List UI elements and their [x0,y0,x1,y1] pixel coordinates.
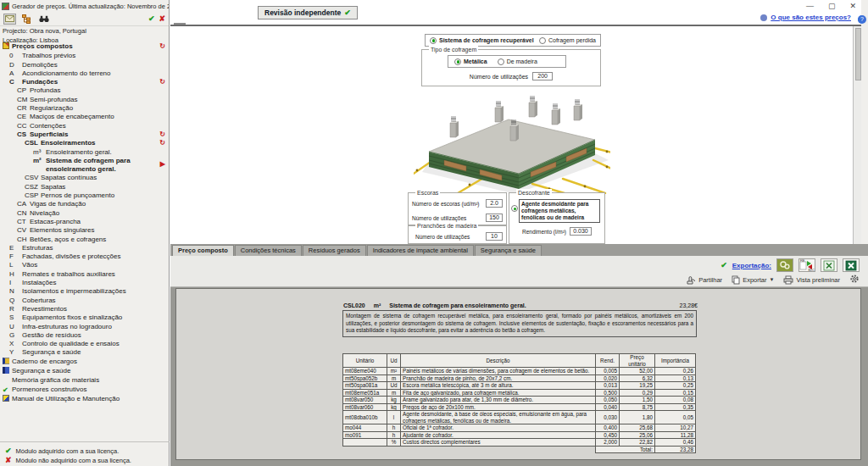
tab-indicadores-de-impacte-ambiental[interactable]: Indicadores de impacte ambiental [367,245,474,256]
binoculars-icon[interactable] [37,14,50,25]
table-row[interactable]: mo044hOficial de 1ª cofrador.0,40025,681… [343,424,696,432]
tree-item-gestao-de-residuos[interactable]: GGestão de resíduos [0,331,170,340]
tree-item-macicos-de-encabecamento[interactable]: CEMaciços de encabeçamento [0,113,170,121]
cancel-icon[interactable]: ✘ [159,15,165,23]
tree-item-betoes-acos-e-cofragens[interactable]: CHBetões, aços e cofragens [0,236,170,244]
mail-icon[interactable] [3,14,16,25]
tree-item-manual-de-utilizacao-e-manutencao[interactable]: Manual de Utilização e Manutenção [0,395,170,404]
tree-item-controlo-de-qualidade-e-ensaios[interactable]: XControlo de qualidade e ensaios [0,340,170,348]
tree-item-semi-profundas[interactable]: CMSemi-profundas [0,96,170,104]
tree-item-instalacoes[interactable]: IInstalações [0,279,170,287]
table-row[interactable]: mt08eme040m²Painéis metálicos de várias … [343,368,696,375]
table-row[interactable]: mt08var060kgPregos de aço de 20x100 mm.0… [343,403,696,411]
scrollbar-thumb[interactable] [855,28,861,80]
table-row[interactable]: mt08dba010blAgente desmoldante, à base d… [343,411,696,424]
tree-item-estacas-prancha[interactable]: CTEstacas-prancha [0,218,170,226]
accept-icon[interactable]: ✔ [148,15,155,23]
tree-item-fachadas-divisoes-e-proteccoes[interactable]: FFachadas, divisões e protecções [0,252,170,261]
tree-item-demolicoes[interactable]: DDemolições [0,61,170,69]
program-export-icon[interactable] [776,258,793,272]
tree-item-regularizacao[interactable]: CRRegularização [0,104,170,113]
tab-condicoes-tecnicas[interactable]: Condições técnicas [235,245,302,256]
radio-off-icon[interactable] [539,37,546,44]
table-row[interactable]: mt08eme051amFita de aço galvanizado, par… [343,389,696,397]
cell-importancia: 10,27 [655,424,696,432]
partilhar-button[interactable]: Partilhar [687,275,722,285]
tree-item-remates-e-trabalhos-auxiliares[interactable]: HRemates e trabalhos auxiliares [0,270,170,279]
minimize-button[interactable]: — [806,2,814,10]
vista-preliminar-label: Vista preliminar [796,276,840,284]
table-row[interactable]: mt50spa081aUdEscora metálica telescópica… [343,382,696,390]
tree-item-sistema-de-cofragem-para-ensoleiramento-geral[interactable]: m²Sistema de cofragem para ensoleirament… [0,157,170,175]
tree-item-code: CC [17,122,30,130]
job-price: 23,28€ [680,302,698,308]
tab-seguranca-e-saude[interactable]: Segurança e saúde [475,245,542,256]
tree-item-fundacoes[interactable]: CFundações↻ [0,78,170,86]
tree-item-isolamentos-e-impermeabilizacoes[interactable]: NIsolamentos e impermeabilizações [0,287,170,296]
tree-item-acondicionamento-do-terreno[interactable]: AAcondicionamento do terreno [0,69,170,78]
tree-item-coberturas[interactable]: QCoberturas [0,297,170,305]
tree-item-label: Manual de Utilização e Manutenção [12,395,120,402]
tree-item-precos-compostos[interactable]: Preços compostos↻ [0,42,170,52]
vertical-scrollbar[interactable] [853,26,861,244]
tree-item-ensoleiramentos[interactable]: CSLEnsoleiramentos↻ [0,139,170,147]
option-recoverable[interactable]: Sistema de cofragem recuperável [430,37,534,44]
tree-view-icon[interactable] [20,14,33,25]
tree-item-pernos-de-puncoamento[interactable]: CSPPernos de punçoamento [0,191,170,200]
tree-item-sapatas[interactable]: CSZSapatas [0,183,170,191]
excel-light-export-icon[interactable] [821,258,837,272]
settings-gear-icon[interactable] [849,274,860,286]
what-are-these-prices-link[interactable]: O que são estes preços? [760,14,851,21]
vista-preliminar-button[interactable]: Vista preliminar [783,275,840,285]
job-code: CSL020 [343,302,365,308]
fie-bdc-export-icon[interactable]: FIEBDC [798,258,815,272]
table-row[interactable]: %Custos directos complementares2,00022,8… [343,439,696,447]
release-agent-option[interactable]: Agente desmoldante para cofragens metáli… [519,199,600,223]
exportar-button[interactable]: Exportar ▼ [732,275,774,285]
close-button[interactable]: ✕ [849,2,856,10]
radio-on-icon[interactable] [511,205,518,212]
tree-item-sapatas-continuas[interactable]: CSVSapatas contínuas [0,174,170,182]
tree-item-nivelacao[interactable]: CNNivelação [0,209,170,218]
tree-item-memoria-grafica-de-materiais[interactable]: Memória gráfica de materiais [0,376,170,385]
radio-on-icon[interactable] [430,37,437,44]
tree-item-ensoleiramento-geral[interactable]: m³Ensoleiramento geral. [0,148,170,157]
tree-item-infra-estruturas-no-logradouro[interactable]: UInfra-estruturas no logradouro [0,323,170,331]
exportacao-link[interactable]: Exportação: [732,262,771,269]
help-icon[interactable]: ? [858,15,866,24]
rendimento-input[interactable]: 0.030 [570,227,592,236]
independent-review-button[interactable]: Revisão independente ✔ [258,6,358,19]
maximize-button[interactable]: ▢ [828,2,836,10]
tree-item-estruturas[interactable]: EEstruturas [0,244,170,252]
splitter-handle[interactable] [174,23,186,25]
radio-on-icon[interactable] [454,58,461,65]
tree-item-contencoes[interactable]: CCContenções [0,122,170,130]
tree-item-vaos[interactable]: LVãos [0,261,170,269]
radio-off-icon[interactable] [498,58,504,65]
tree-item-vigas-de-fundacao[interactable]: CAVigas de fundação [0,200,170,208]
tree-item-equipamentos-fixos-e-sinalizacao[interactable]: SEquipamentos fixos e sinalização [0,313,170,322]
pranchoes-uses-input[interactable]: 10 [486,232,503,241]
tree-item-profundas[interactable]: CPProfundas [0,86,170,95]
tree-item-seguranca-e-saude[interactable]: YSegurança e saúde [0,348,170,357]
table-row[interactable]: mo091hAjudante de cofrador.0,45025,0611,… [343,431,696,439]
table-row[interactable]: mt50spa052bmPranchão de madeira de pinho… [343,374,696,382]
tree-item-caderno-de-encargos[interactable]: Caderno de encargos [0,358,170,367]
excel-export-icon[interactable] [843,258,860,272]
tree-item-trabalhos-previos[interactable]: 0Trabalhos prévios [0,52,170,60]
tab-residuos-gerados[interactable]: Resíduos gerados [303,245,366,256]
tree-item-revestimentos[interactable]: RRevestimentos [0,305,170,313]
option-metal[interactable]: Metálica [454,58,487,65]
tree-item-pormenores-construtivos[interactable]: ✔Pormenores construtivos [0,386,170,395]
tree-item-seguranca-e-saude[interactable]: Segurança e saúde [0,367,170,376]
option-lost-formwork[interactable]: Cofragem perdida [539,37,596,44]
option-wood[interactable]: De madeira [498,58,537,65]
tree-item-code: N [9,287,22,296]
escoras-uses-input[interactable]: 150 [486,214,503,222]
tree-item-elementos-singulares[interactable]: CVElementos singulares [0,226,170,235]
tree-item-superficiais[interactable]: CSSuperficiais↻ [0,130,170,139]
escoras-count-input[interactable]: 2.0 [486,199,503,208]
table-row[interactable]: mt08var050kgArame galvanizado para atar,… [343,397,696,404]
uses-input[interactable]: 200 [532,72,553,80]
tab-preco-composto[interactable]: Preço composto [172,245,234,256]
